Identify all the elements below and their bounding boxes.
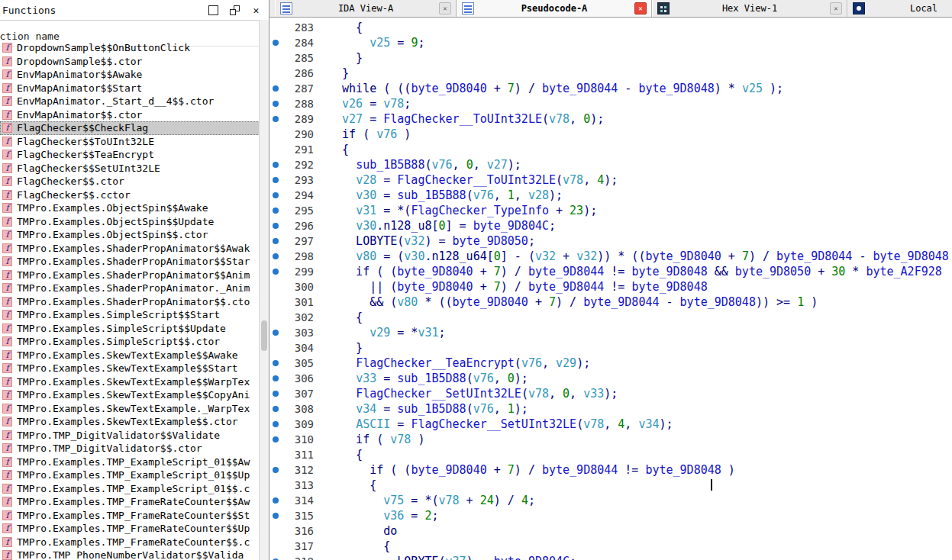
code-line[interactable]: 312 if ( (byte_9D8040 + 7) / byte_9D8044…	[269, 462, 952, 478]
text-cursor	[711, 479, 712, 491]
line-number: 295	[282, 204, 314, 217]
functions-scrollbar[interactable]	[259, 20, 269, 560]
function-row[interactable]: fTMPro.Examples.SimpleScript$$.ctor	[0, 335, 260, 349]
code-line[interactable]: 288 v26 = v78;	[269, 96, 952, 111]
function-row[interactable]: fTMPro.Examples.SimpleScript$$Start	[0, 308, 260, 322]
code-line[interactable]: 309 ASCII = FlagChecker__SetUInt32LE(v78…	[269, 417, 952, 432]
code-line[interactable]: 318 LOBYTE(v37) = byte_9D804C;	[269, 554, 952, 560]
scrollbar-thumb[interactable]	[261, 320, 267, 351]
function-row[interactable]: fFlagChecker$$TeaEncrypt	[0, 148, 260, 162]
close-icon[interactable]: ✕	[251, 5, 261, 15]
line-number: 294	[282, 189, 314, 201]
function-row[interactable]: fTMPro.TMP_DigitValidator$$.ctor	[0, 442, 260, 455]
code-area[interactable]: 283 {284 v25 = 9;285 }286 }287 while ( (…	[269, 18, 952, 560]
code-line[interactable]: 286 }	[269, 66, 952, 81]
function-row[interactable]: fTMPro.Examples.ObjectSpin$$.ctor	[0, 228, 260, 242]
code-line[interactable]: 306 v33 = sub_1B5D88(v76, 0);	[269, 371, 952, 386]
function-row[interactable]: fTMPro.Examples.ShaderPropAnimator$$Anim	[0, 269, 260, 282]
code-line[interactable]: 295 v31 = *(FlagChecker_TypeInfo + 23);	[269, 203, 952, 218]
function-row[interactable]: fFlagChecker$$SetUInt32LE	[0, 162, 260, 175]
code-line[interactable]: 293 v28 = FlagChecker__ToUInt32LE(v78, 4…	[269, 172, 952, 188]
tab-hex-view-1[interactable]: Hex View-1✕	[652, 0, 847, 17]
function-row[interactable]: fTMPro.Examples.ShaderPropAnimator$$Star	[0, 255, 260, 269]
code-line[interactable]: 314 v75 = *(v78 + 24) / 4;	[269, 493, 952, 508]
code-line[interactable]: 300 || (byte_9D8040 + 7) / byte_9D8044 !…	[269, 279, 952, 294]
code-line[interactable]: 313 {	[269, 478, 952, 493]
line-number: 308	[282, 403, 314, 415]
function-row[interactable]: fTMPro.Examples.SkewTextExample$$WarpTex	[0, 375, 260, 389]
hex-view-icon	[657, 2, 670, 14]
functions-titlebar[interactable]: Functions ✕	[0, 0, 269, 21]
line-number: 285	[282, 52, 314, 64]
function-row[interactable]: fFlagChecker$$ToUInt32LE	[0, 135, 260, 149]
code-line[interactable]: 291 {	[269, 142, 952, 157]
code-line[interactable]: 294 v30 = sub_1B5B88(v76, 1, v28);	[269, 188, 952, 203]
function-row[interactable]: fTMPro.Examples.SkewTextExample$$Start	[0, 362, 260, 375]
function-row[interactable]: fFlagChecker$$CheckFlag	[0, 121, 260, 135]
code-line[interactable]: 316 do	[269, 523, 952, 539]
address-bullet-icon	[269, 162, 282, 168]
code-line[interactable]: 308 v34 = sub_1B5D88(v76, 1);	[269, 401, 952, 417]
function-row[interactable]: fFlagChecker$$.cctor	[0, 188, 260, 202]
function-row[interactable]: fTMPro.Examples.TMP_ExampleScript_01$$.c	[0, 482, 260, 496]
code-line[interactable]: 303 v29 = *v31;	[269, 325, 952, 340]
tab-pseudocode-a[interactable]: Pseudocode-A✕	[457, 0, 652, 17]
code-line[interactable]: 301 && (v80 * ((byte_9D8040 + 7) / byte_…	[269, 294, 952, 310]
function-row[interactable]: fDropdownSample$$OnButtonClick	[0, 41, 260, 55]
line-number: 296	[282, 220, 314, 232]
function-row[interactable]: fTMPro.Examples.SkewTextExample._WarpTex	[0, 402, 260, 416]
code-line[interactable]: 292 sub_1B5B88(v76, 0, v27);	[269, 157, 952, 172]
function-row[interactable]: fTMPro.Examples.ShaderPropAnimator._Anim	[0, 282, 260, 295]
function-row[interactable]: fEnvMapAnimator$$Awake	[0, 68, 260, 82]
code-line[interactable]: 285 }	[269, 50, 952, 66]
tab-ida-view-a[interactable]: IDA View-A✕	[275, 0, 457, 17]
tab-local[interactable]: Local✕	[847, 0, 952, 17]
function-row[interactable]: fTMPro.Examples.TMP_FrameRateCounter$$Aw	[0, 495, 260, 509]
code-line[interactable]: 302 {	[269, 310, 952, 325]
maximize-icon[interactable]	[208, 5, 218, 15]
function-row[interactable]: fTMPro.Examples.TMP_ExampleScript_01$$Up	[0, 468, 260, 482]
code-line[interactable]: 296 v30.n128_u8[0] = byte_9D804C;	[269, 218, 952, 233]
code-line[interactable]: 284 v25 = 9;	[269, 35, 952, 50]
function-row[interactable]: fEnvMapAnimator$$.ctor	[0, 108, 260, 122]
function-row[interactable]: fTMPro.Examples.SkewTextExample$$Awake	[0, 349, 260, 362]
code-line[interactable]: 304 }	[269, 340, 952, 356]
tab-close-icon[interactable]: ✕	[634, 2, 647, 14]
function-row[interactable]: fTMPro.Examples.TMP_FrameRateCounter$$Up	[0, 522, 260, 536]
function-row[interactable]: fTMPro.Examples.ObjectSpin$$Awake	[0, 201, 260, 215]
function-row[interactable]: fTMPro.Examples.ObjectSpin$$Update	[0, 215, 260, 229]
function-name: DropdownSample$$.ctor	[17, 56, 142, 67]
function-row[interactable]: fTMPro.Examples.TMP_FrameRateCounter$$St	[0, 509, 260, 523]
code-line[interactable]: 305 FlagChecker__TeaEncrypt(v76, v29);	[269, 356, 952, 371]
function-name: FlagChecker$$ToUInt32LE	[17, 136, 154, 147]
function-row[interactable]: fDropdownSample$$.ctor	[0, 55, 260, 69]
code-line[interactable]: 290 if ( v76 )	[269, 127, 952, 142]
code-line[interactable]: 287 while ( ((byte_9D8040 + 7) / byte_9D…	[269, 81, 952, 96]
function-row[interactable]: fTMPro.Examples.SkewTextExample$$.ctor	[0, 415, 260, 429]
code-line[interactable]: 317 {	[269, 539, 952, 554]
tab-close-icon[interactable]: ✕	[439, 2, 451, 14]
code-line[interactable]: 311 {	[269, 447, 952, 462]
code-line[interactable]: 310 if ( v78 )	[269, 432, 952, 447]
function-row[interactable]: fEnvMapAnimator$$Start	[0, 82, 260, 95]
function-row[interactable]: fTMPro.Examples.TMP_ExampleScript_01$$Aw	[0, 455, 260, 469]
function-icon: f	[2, 137, 12, 146]
function-row[interactable]: fTMPro.TMP_DigitValidator$$Validate	[0, 429, 260, 443]
function-row[interactable]: fTMPro.Examples.ShaderPropAnimator$$.cto	[0, 295, 260, 309]
function-row[interactable]: fFlagChecker$$.ctor	[0, 175, 260, 188]
function-row[interactable]: fTMPro.Examples.SkewTextExample$$CopyAni	[0, 388, 260, 402]
code-line[interactable]: 283 {	[269, 20, 952, 35]
function-row[interactable]: fEnvMapAnimator._Start_d__4$$.ctor	[0, 95, 260, 108]
code-line[interactable]: 297 LOBYTE(v32) = byte_9D8050;	[269, 233, 952, 249]
code-line[interactable]: 315 v36 = 2;	[269, 508, 952, 523]
code-line[interactable]: 289 v27 = FlagChecker__ToUInt32LE(v78, 0…	[269, 111, 952, 127]
function-row[interactable]: fTMPro.Examples.ShaderPropAnimator$$Awak	[0, 242, 260, 256]
float-window-icon[interactable]	[230, 5, 240, 15]
function-row[interactable]: fTMPro.TMP_PhoneNumberValidator$$Valida	[0, 549, 260, 560]
code-line[interactable]: 299 if ( (byte_9D8040 + 7) / byte_9D8044…	[269, 264, 952, 279]
code-line[interactable]: 298 v80 = (v30.n128_u64[0] - (v32 + v32)…	[269, 249, 952, 264]
function-row[interactable]: fTMPro.Examples.TMP_FrameRateCounter$$.c	[0, 536, 260, 549]
code-line[interactable]: 307 FlagChecker__SetUInt32LE(v78, 0, v33…	[269, 386, 952, 401]
tab-close-icon[interactable]: ✕	[830, 2, 842, 14]
function-row[interactable]: fTMPro.Examples.SimpleScript$$Update	[0, 322, 260, 336]
